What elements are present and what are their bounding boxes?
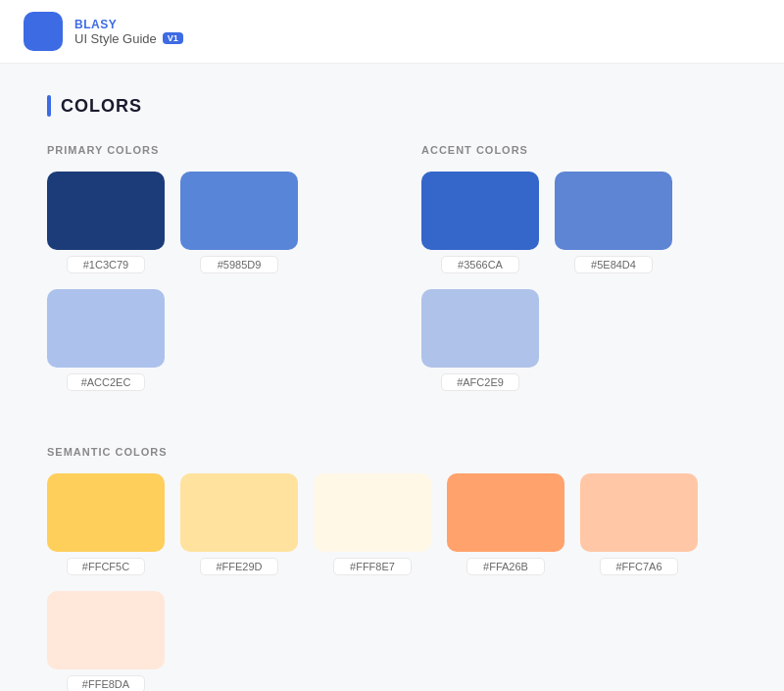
app-logo xyxy=(24,12,63,51)
color-swatch xyxy=(555,172,672,250)
color-swatch xyxy=(47,172,165,250)
color-card: #ACC2EC xyxy=(47,289,165,391)
color-swatch xyxy=(47,289,165,368)
color-label: #FFA26B xyxy=(466,558,545,575)
color-label: #5E84D4 xyxy=(574,256,653,273)
header-text: BLASY UI Style Guide V1 xyxy=(74,18,183,46)
app-subtitle: UI Style Guide V1 xyxy=(74,31,183,46)
primary-colors-group: PRIMARY COLORS #1C3C79 #5985D9 #ACC2EC xyxy=(47,144,363,415)
section-title: COLORS xyxy=(47,95,737,117)
app-header: BLASY UI Style Guide V1 xyxy=(0,0,784,64)
color-card: #5E84D4 xyxy=(555,172,672,273)
color-swatch xyxy=(180,473,298,552)
color-swatch xyxy=(47,591,165,669)
semantic-colors-label: SEMANTIC COLORS xyxy=(47,446,737,458)
accent-colors-row: #3566CA #5E84D4 #AFC2E9 xyxy=(421,172,737,391)
color-card: #FFC7A6 xyxy=(580,473,698,575)
color-label: #FFCF5C xyxy=(67,558,145,575)
color-card: #3566CA xyxy=(421,172,539,273)
color-card: #FFE8DA xyxy=(47,591,165,691)
color-card: #AFC2E9 xyxy=(421,289,539,391)
version-badge: V1 xyxy=(163,32,183,44)
color-label: #FFE8DA xyxy=(67,675,145,691)
color-label: #AFC2E9 xyxy=(441,373,519,391)
color-label: #3566CA xyxy=(441,256,519,273)
semantic-colors-group: SEMANTIC COLORS #FFCF5C #FFE29D #FFF8E7 … xyxy=(47,446,737,691)
accent-colors-label: ACCENT COLORS xyxy=(421,144,737,156)
color-swatch xyxy=(421,289,539,368)
color-label: #1C3C79 xyxy=(67,256,145,273)
color-card: #FFF8E7 xyxy=(314,473,431,575)
color-label: #FFF8E7 xyxy=(333,558,412,575)
color-card: #5985D9 xyxy=(180,172,298,273)
color-swatch xyxy=(421,172,539,250)
color-card: #FFCF5C xyxy=(47,473,165,575)
top-color-groups: PRIMARY COLORS #1C3C79 #5985D9 #ACC2EC A… xyxy=(47,144,737,446)
color-label: #5985D9 xyxy=(200,256,278,273)
primary-colors-label: PRIMARY COLORS xyxy=(47,144,363,156)
color-card: #FFE29D xyxy=(180,473,298,575)
color-swatch xyxy=(580,473,698,552)
color-swatch xyxy=(447,473,564,552)
color-label: #FFC7A6 xyxy=(600,558,678,575)
color-card: #FFA26B xyxy=(447,473,564,575)
color-label: #ACC2EC xyxy=(67,373,145,391)
main-content: COLORS PRIMARY COLORS #1C3C79 #5985D9 #A… xyxy=(0,64,784,691)
color-swatch xyxy=(314,473,431,552)
color-label: #FFE29D xyxy=(200,558,278,575)
primary-colors-row: #1C3C79 #5985D9 #ACC2EC xyxy=(47,172,363,391)
color-card: #1C3C79 xyxy=(47,172,165,273)
accent-colors-group: ACCENT COLORS #3566CA #5E84D4 #AFC2E9 xyxy=(421,144,737,415)
color-swatch xyxy=(47,473,165,552)
color-swatch xyxy=(180,172,298,250)
semantic-row-0: #FFCF5C #FFE29D #FFF8E7 #FFA26B #FFC7A6 … xyxy=(47,473,737,691)
app-name: BLASY xyxy=(74,18,183,31)
